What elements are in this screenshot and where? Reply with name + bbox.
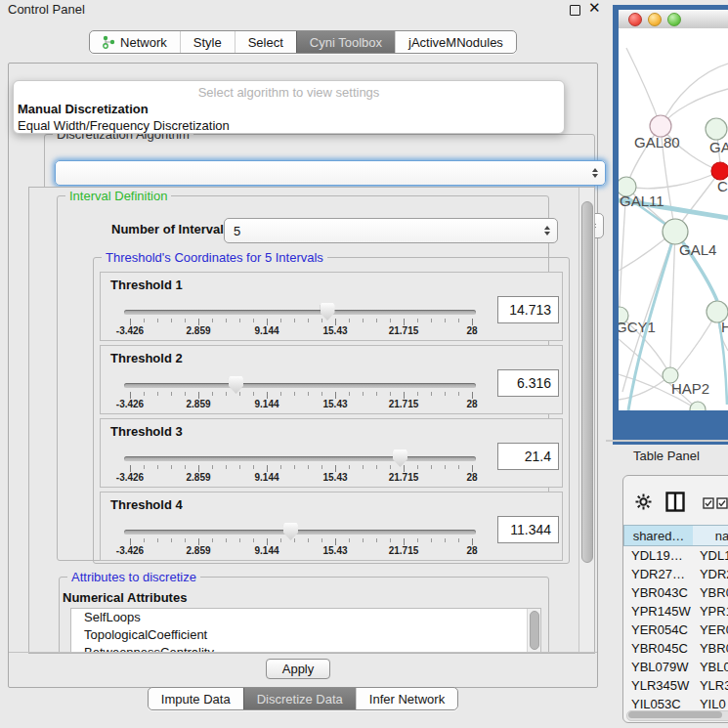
settings-scrollpane: Interval Definition Number of Intervals … [28,187,595,654]
checkbox-checked-icon[interactable] [716,497,728,509]
table-row[interactable]: YBR045CYBR0 [623,639,728,658]
slider-tick-label: 2.859 [186,545,210,556]
table-row[interactable]: YBR043CYBR0 [623,583,728,602]
threshold-slider-track[interactable] [124,530,476,535]
slider-tick [239,465,240,469]
tab-network[interactable]: Network [90,31,180,53]
tab-impute-data[interactable]: Impute Data [149,688,243,709]
threshold-slider-track[interactable] [124,383,476,388]
gear-icon[interactable] [635,493,652,510]
slider-tick [445,392,446,396]
table-row[interactable]: YDL19…YDL1 [623,546,728,565]
cell-shared-name: YIL053C [623,697,692,708]
tab-label: Cyni Toolbox [310,35,382,50]
threshold-value-field[interactable]: 14.713 [497,296,559,323]
slider-tick [445,319,446,322]
threshold-slider-thumb[interactable] [393,450,407,467]
slider-tick [171,465,172,469]
table-row[interactable]: YIL053CYIL0 [623,695,728,708]
numerical-attributes-label: Numerical Attributes [63,590,187,605]
table-panel: shared… na YDL19…YDL1YDR27…YDR2YBR043CYB… [622,475,728,723]
dropdown-item-equal-width-frequency-discretization[interactable]: Equal Width/Frequency Discretization [14,117,564,134]
tab-label: Impute Data [161,692,231,707]
column-header-name[interactable]: na [693,525,728,546]
network-canvas[interactable]: GAL80GACGAL11GAL4HGCY1HAP2 [619,28,728,410]
table-row[interactable]: YPR145WYPR1 [623,602,728,621]
thresholds-group: Threshold's Coordinates for 5 Intervals … [93,257,570,564]
dropdown-item-manual-discretization[interactable]: Manual Discretization [14,101,564,117]
network-node-label: GAL11 [620,193,664,209]
threshold-slider-thumb[interactable] [283,523,298,540]
network-edge[interactable] [626,48,661,126]
slider-tick [253,538,254,542]
cell-shared-name: YBR045C [623,641,692,656]
table-row[interactable]: YLR345WYLR3 [623,676,728,695]
numerical-attributes-list[interactable]: SelfLoopsTopologicalCoefficientBetweenne… [70,608,541,654]
slider-tick [335,319,336,325]
split-columns-icon[interactable] [665,492,685,512]
slider-tick-label: 15.43 [322,472,347,483]
slider-tick [308,538,309,542]
checkbox-checked-icon[interactable] [703,497,714,509]
slider-tick [335,465,336,472]
slider-tick [157,538,158,542]
threshold-value-field[interactable]: 21.4 [497,443,559,470]
table-horizontal-scrollbar[interactable] [626,710,728,721]
threshold-panel-1: Threshold 1-3.4262.8599.14415.4321.71528… [100,272,563,341]
settings-scrollbar[interactable] [578,188,594,653]
threshold-slider-track[interactable] [124,456,476,461]
network-node-ga[interactable] [706,118,727,140]
network-view-window[interactable]: GAL80GACGAL11GAL4HGCY1HAP2 [613,5,728,445]
slider-tick [267,538,268,545]
control-panel-titlebar: Control Panel ✕ [0,0,606,18]
network-edge[interactable] [670,232,675,367]
table-row[interactable]: YDR27…YDR2 [623,565,728,583]
cyni-bottom-tabbar: Impute DataDiscretize DataInfer Network [0,687,606,710]
network-edge[interactable] [626,171,720,189]
slider-tick [417,465,418,469]
tab-select[interactable]: Select [235,31,296,53]
float-window-icon[interactable] [570,5,580,16]
control-panel-tabbar: NetworkStyleSelectCyni ToolboxjActiveMNo… [0,30,606,54]
close-icon[interactable]: ✕ [588,0,601,17]
tab-cyni-toolbox[interactable]: Cyni Toolbox [296,31,395,53]
network-node[interactable] [690,402,706,410]
network-window-titlebar[interactable] [619,10,728,29]
table-row[interactable]: YER054CYER0 [623,621,728,639]
list-item-selfloops[interactable]: SelfLoops [71,609,540,626]
slider-tick [376,392,377,396]
slider-tick [376,465,377,469]
num-intervals-combobox[interactable]: 5 [224,218,558,243]
tab-infer-network[interactable]: Infer Network [356,688,457,709]
close-traffic-light-icon[interactable] [628,13,642,26]
network-edge[interactable] [619,236,669,271]
slider-tick [253,392,254,396]
slider-tick [417,319,418,322]
threshold-value-field[interactable]: 6.316 [497,369,559,397]
slider-tick [349,319,350,322]
cell-shared-name: YBL079W [623,660,692,674]
threshold-slider-track[interactable] [124,310,476,315]
column-header-shared-name[interactable]: shared… [623,525,693,546]
list-item-topologicalcoefficient[interactable]: TopologicalCoefficient [71,626,540,644]
slider-tick [185,538,186,542]
group-label: Threshold's Coordinates for 5 Intervals [102,250,327,265]
table-row[interactable]: YBL079WYBL0 [623,658,728,676]
tab-jactivemnodules[interactable]: jActiveMNodules [395,31,516,53]
slider-tick [130,465,131,472]
minimize-traffic-light-icon[interactable] [648,13,662,26]
slider-tick [308,392,309,396]
tab-style[interactable]: Style [180,31,235,53]
apply-button[interactable]: Apply [266,659,330,679]
slider-tick [185,319,186,322]
threshold-slider-thumb[interactable] [229,376,243,394]
algorithm-combobox[interactable] [55,160,606,186]
slider-tick [144,465,145,469]
cell-name: YDL1 [692,548,728,563]
tab-label: Network [120,35,167,50]
threshold-panel-2: Threshold 2-3.4262.8599.14415.4321.71528… [100,345,563,414]
tab-discretize-data[interactable]: Discretize Data [243,688,356,709]
zoom-traffic-light-icon[interactable] [667,13,681,26]
threshold-value-field[interactable]: 11.344 [497,516,559,543]
attributes-list-scrollbar[interactable] [527,609,540,654]
